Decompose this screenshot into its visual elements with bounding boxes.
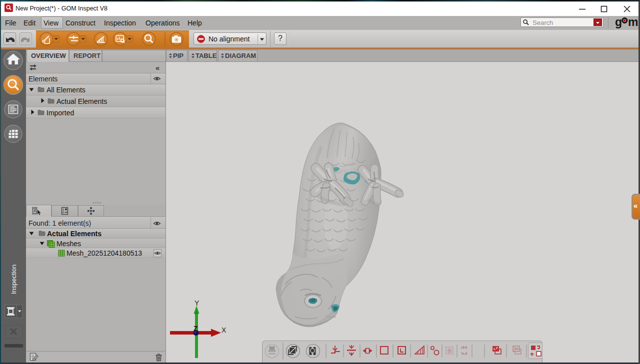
svg-text:Z: Z — [194, 325, 198, 333]
svg-text:g: g — [615, 15, 622, 28]
svg-text:Y: Y — [194, 299, 200, 307]
svg-text:X: X — [222, 326, 226, 334]
svg-text:Inspection: Inspection — [10, 265, 18, 294]
svg-text:m: m — [628, 15, 638, 28]
